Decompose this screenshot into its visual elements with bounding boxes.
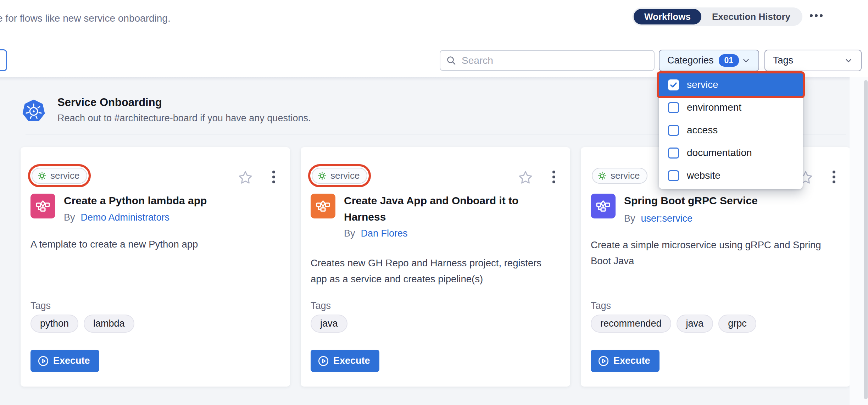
dropdown-item-documentation[interactable]: documentation [659,142,803,164]
checkbox-unchecked[interactable] [668,102,679,113]
scrollbar-gutter [850,77,868,405]
tag-pill: lambda [84,315,134,333]
category-chip-label: service [50,170,79,181]
section-title: Service Onboarding [57,96,162,109]
tags-filter-button[interactable]: Tags [764,50,862,71]
categories-label: Categories [667,55,714,66]
dropdown-item-label: environment [687,102,741,113]
card-description: Create a simple microservice using gRPC … [591,237,840,269]
dropdown-item-service[interactable]: service [659,73,803,96]
kebab-menu-icon[interactable] [552,171,555,183]
checkbox-unchecked[interactable] [668,148,679,159]
dropdown-item-website[interactable]: website [659,164,803,187]
search-icon [446,55,457,66]
gear-icon [597,171,607,181]
dropdown-item-access[interactable]: access [659,119,803,142]
search-input[interactable] [462,55,648,66]
by-label: By [64,212,75,223]
partial-button-left-edge[interactable] [0,49,7,71]
category-chip[interactable]: service [32,168,87,184]
workflow-template-icon [311,194,335,218]
workflow-card: service Create a Python lambda app By De… [21,147,290,387]
execute-button[interactable]: Execute [311,350,379,372]
play-circle-icon [318,355,329,367]
execute-label: Execute [53,355,90,366]
workflow-template-icon [591,194,616,218]
dropdown-item-environment[interactable]: environment [659,96,803,119]
chevron-down-icon [741,56,751,65]
tag-pill: java [311,315,347,333]
chevron-down-icon [844,56,853,65]
category-chip-label: service [330,170,360,181]
section-subtitle: Reach out to #architecture-board if you … [57,113,311,124]
card-title: Spring Boot gRPC Service [624,193,841,209]
intro-text: e for flows like new service onboarding. [0,13,171,24]
category-chip[interactable]: service [312,168,367,184]
chip-wrapper: service [588,164,651,187]
dropdown-item-label: website [687,170,720,181]
dropdown-item-label: access [687,124,718,136]
kubernetes-icon [22,99,45,123]
tag-pill: python [30,315,78,333]
card-description: Creates new GH Repo and Harness project,… [311,255,560,287]
tag-pill: recommended [591,315,671,333]
card-title: Create a Python lambda app [64,193,281,209]
tag-pill: java [677,315,713,333]
execute-button[interactable]: Execute [30,350,99,372]
author-link[interactable]: Demo Administrators [81,212,170,223]
categories-count-badge: 01 [719,54,739,67]
checkbox-unchecked[interactable] [668,125,679,136]
checkbox-unchecked[interactable] [668,170,679,181]
card-description: A template to create a new Python app [30,236,280,252]
play-circle-icon [598,355,609,367]
execute-button[interactable]: Execute [591,350,660,372]
card-title: Create Java App and Onboard it to Harnes… [344,193,561,225]
by-label: By [344,228,355,239]
tab-workflows[interactable]: Workflows [634,9,701,24]
star-icon[interactable] [518,170,533,185]
execute-label: Execute [333,355,370,366]
dropdown-item-label: service [687,79,718,90]
author-link[interactable]: user:service [641,213,693,224]
kebab-menu-icon[interactable] [272,171,275,183]
by-label: By [624,213,635,224]
play-circle-icon [38,355,49,367]
gear-icon [37,171,47,181]
view-switcher: Workflows Execution History [632,7,802,26]
search-box[interactable] [440,50,655,71]
categories-filter-button[interactable]: Categories 01 [659,50,759,71]
more-menu-icon[interactable] [810,14,823,17]
category-chip[interactable]: service [592,168,647,184]
tags-section-label: Tags [311,300,331,311]
tag-pill: grpc [718,315,756,333]
author-link[interactable]: Dan Flores [361,228,408,239]
workflow-template-icon [30,194,55,218]
categories-dropdown: service environment access documentation… [659,73,803,189]
tags-section-label: Tags [591,300,611,311]
tags-label: Tags [773,55,793,66]
tab-execution-history[interactable]: Execution History [701,9,801,24]
execute-label: Execute [613,355,650,366]
dropdown-item-label: documentation [687,147,752,159]
annotation-ring: service [308,164,371,187]
kebab-menu-icon[interactable] [833,171,835,183]
workflow-card: service Create Java App and Onboard it t… [301,147,570,387]
annotation-ring: service [28,164,91,187]
checkbox-checked[interactable] [668,79,679,90]
star-icon[interactable] [238,170,253,185]
scrollbar[interactable] [864,80,868,399]
tags-section-label: Tags [30,300,51,311]
gear-icon [317,171,327,181]
category-chip-label: service [611,170,640,181]
